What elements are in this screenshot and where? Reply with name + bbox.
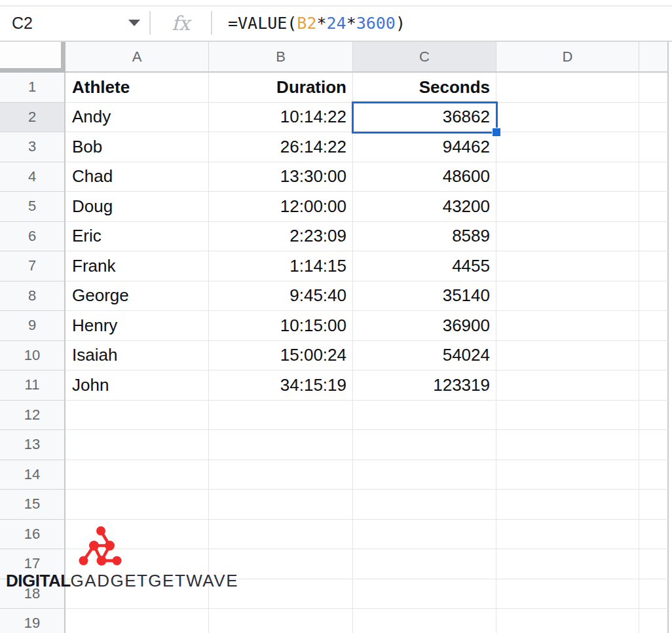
cell-partial-17[interactable] (639, 549, 669, 579)
cell-d10[interactable] (496, 341, 639, 371)
cell-partial-4[interactable] (639, 162, 669, 192)
cell-a10[interactable]: Isaiah (65, 341, 209, 371)
cell-c9[interactable]: 36900 (353, 311, 496, 341)
row-header-19[interactable]: 19 (0, 609, 65, 633)
cell-c15[interactable] (353, 490, 496, 520)
cell-c1[interactable]: Seconds (353, 73, 496, 103)
column-header-c[interactable]: C (353, 42, 496, 73)
cell-a3[interactable]: Bob (65, 132, 209, 162)
cell-c10[interactable]: 54024 (353, 341, 496, 371)
cell-a2[interactable]: Andy (65, 103, 209, 133)
cell-partial-9[interactable] (639, 311, 669, 341)
cell-partial-11[interactable] (639, 371, 669, 401)
select-all-corner[interactable] (0, 42, 65, 73)
cell-d4[interactable] (496, 162, 639, 192)
cell-b14[interactable] (209, 460, 353, 490)
cell-c12[interactable] (353, 401, 496, 431)
cell-d2[interactable] (496, 103, 639, 133)
cell-c3[interactable]: 94462 (353, 132, 496, 162)
cell-c7[interactable]: 4455 (353, 251, 496, 281)
fill-handle[interactable] (492, 128, 500, 136)
row-header-10[interactable]: 10 (0, 341, 65, 371)
cell-partial-12[interactable] (639, 401, 669, 431)
cell-c16[interactable] (353, 520, 496, 550)
cell-c19[interactable] (353, 609, 496, 633)
cell-partial-8[interactable] (639, 281, 669, 312)
cell-a6[interactable]: Eric (65, 222, 209, 252)
cell-b3[interactable]: 26:14:22 (209, 132, 353, 162)
cell-d19[interactable] (496, 609, 639, 633)
cell-b6[interactable]: 2:23:09 (209, 222, 353, 252)
row-header-15[interactable]: 15 (0, 490, 65, 520)
cell-partial-1[interactable] (639, 73, 669, 103)
row-header-16[interactable]: 16 (0, 520, 65, 550)
cell-b16[interactable] (209, 520, 353, 550)
cell-b4[interactable]: 13:30:00 (209, 162, 353, 192)
cell-b8[interactable]: 9:45:40 (209, 281, 353, 312)
cell-c5[interactable]: 43200 (353, 192, 496, 222)
column-header-partial[interactable] (639, 42, 669, 73)
cell-b7[interactable]: 1:14:15 (209, 251, 353, 281)
formula-input[interactable]: =VALUE(B2*24*3600) (212, 9, 672, 33)
column-header-b[interactable]: B (209, 42, 353, 73)
row-header-4[interactable]: 4 (0, 162, 65, 192)
row-header-12[interactable]: 12 (0, 401, 65, 431)
cell-d14[interactable] (496, 460, 639, 490)
cell-c18[interactable] (353, 579, 496, 609)
cell-partial-3[interactable] (639, 132, 669, 162)
row-header-3[interactable]: 3 (0, 132, 65, 162)
row-header-14[interactable]: 14 (0, 460, 65, 490)
cell-a12[interactable] (65, 401, 209, 431)
chevron-down-icon[interactable] (128, 20, 140, 26)
cell-a19[interactable] (65, 609, 209, 633)
cell-b10[interactable]: 15:00:24 (209, 341, 353, 371)
cell-a4[interactable]: Chad (65, 162, 209, 192)
cell-c11[interactable]: 123319 (353, 371, 496, 401)
cell-d11[interactable] (496, 371, 639, 401)
cell-d16[interactable] (496, 520, 639, 550)
cell-b13[interactable] (209, 430, 353, 460)
cell-partial-2[interactable] (639, 103, 669, 133)
cell-c6[interactable]: 8589 (353, 222, 496, 252)
column-header-a[interactable]: A (65, 42, 209, 73)
cell-d3[interactable] (496, 132, 639, 162)
cell-d8[interactable] (496, 281, 639, 312)
row-header-7[interactable]: 7 (0, 251, 65, 281)
cell-a7[interactable]: Frank (65, 251, 209, 281)
cell-d5[interactable] (496, 192, 639, 222)
cell-partial-14[interactable] (639, 460, 669, 490)
row-header-5[interactable]: 5 (0, 192, 65, 222)
cell-c13[interactable] (353, 430, 496, 460)
cell-b1[interactable]: Duration (209, 73, 353, 103)
cell-c2[interactable]: 36862 (353, 103, 496, 133)
cell-a14[interactable] (65, 460, 209, 490)
cell-partial-18[interactable] (639, 579, 669, 609)
row-header-6[interactable]: 6 (0, 222, 65, 252)
cell-d15[interactable] (496, 490, 639, 520)
cell-a15[interactable] (65, 490, 209, 520)
cell-d18[interactable] (496, 579, 639, 609)
column-header-d[interactable]: D (496, 42, 639, 73)
cell-d7[interactable] (496, 251, 639, 281)
cell-a8[interactable]: George (65, 281, 209, 312)
row-header-11[interactable]: 11 (0, 371, 65, 401)
cell-d12[interactable] (496, 401, 639, 431)
cell-partial-13[interactable] (639, 430, 669, 460)
cell-a11[interactable]: John (65, 371, 209, 401)
cell-partial-10[interactable] (639, 341, 669, 371)
cell-a9[interactable]: Henry (65, 311, 209, 341)
cell-c14[interactable] (353, 460, 496, 490)
cell-d1[interactable] (496, 73, 639, 103)
cell-b9[interactable]: 10:15:00 (209, 311, 353, 341)
cell-b15[interactable] (209, 490, 353, 520)
row-header-1[interactable]: 1 (0, 73, 65, 103)
cell-d17[interactable] (496, 549, 639, 579)
cell-b19[interactable] (209, 609, 353, 633)
row-header-8[interactable]: 8 (0, 281, 65, 312)
cell-c17[interactable] (353, 549, 496, 579)
row-header-2[interactable]: 2 (0, 103, 65, 133)
cell-a13[interactable] (65, 430, 209, 460)
cell-b12[interactable] (209, 401, 353, 431)
cell-b5[interactable]: 12:00:00 (209, 192, 353, 222)
cell-c8[interactable]: 35140 (353, 281, 496, 312)
